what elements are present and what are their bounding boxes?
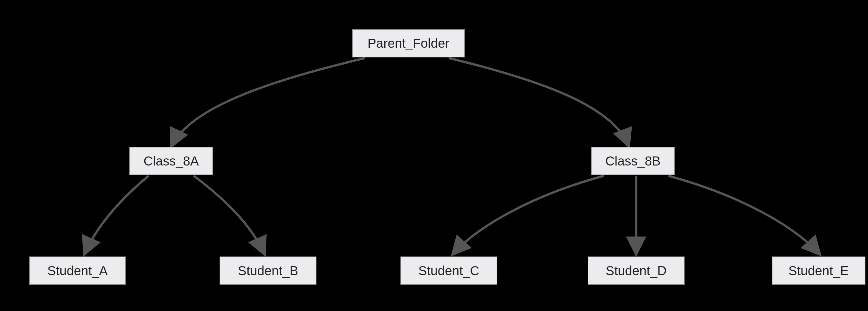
node-student-e: Student_E bbox=[772, 256, 865, 285]
edge-parent-to-class8a bbox=[171, 58, 365, 147]
node-student-c: Student_C bbox=[400, 256, 497, 285]
edge-parent-to-class8b bbox=[449, 58, 629, 147]
node-class-8b: Class_8B bbox=[591, 147, 675, 175]
edge-class8b-to-studentc bbox=[452, 176, 604, 255]
node-label: Student_C bbox=[418, 264, 479, 278]
node-class-8a: Class_8A bbox=[129, 147, 213, 175]
edge-class8a-to-studentb bbox=[194, 176, 265, 255]
diagram-canvas: Parent_Folder Class_8A Class_8B Student_… bbox=[0, 0, 868, 311]
node-label: Class_8A bbox=[144, 154, 198, 168]
edge-class8a-to-studenta bbox=[84, 176, 149, 255]
node-label: Parent_Folder bbox=[368, 36, 449, 50]
edge-class8b-to-studente bbox=[669, 176, 820, 255]
node-label: Student_B bbox=[238, 264, 299, 278]
node-label: Student_A bbox=[48, 264, 108, 278]
node-parent-folder: Parent_Folder bbox=[352, 29, 465, 58]
node-student-b: Student_B bbox=[220, 256, 316, 285]
node-student-d: Student_D bbox=[588, 256, 685, 285]
node-label: Student_D bbox=[606, 264, 666, 278]
node-label: Student_E bbox=[788, 264, 849, 278]
node-label: Class_8B bbox=[605, 154, 660, 168]
node-student-a: Student_A bbox=[29, 256, 126, 285]
